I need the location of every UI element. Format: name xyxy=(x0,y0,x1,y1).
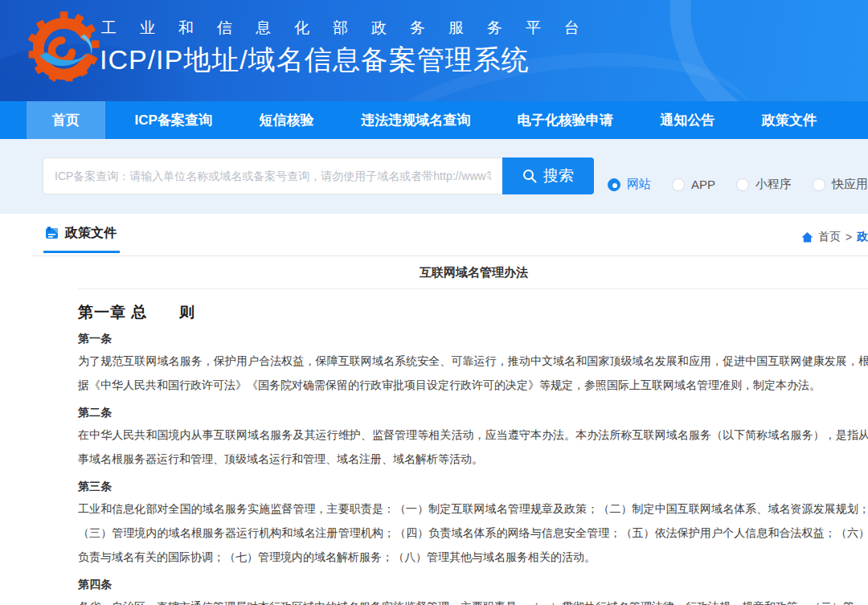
article-1-label: 第一条 xyxy=(78,331,868,345)
search-button-label: 搜索 xyxy=(543,166,574,186)
breadcrumb-separator: > xyxy=(845,231,852,243)
search-icon xyxy=(522,169,537,183)
main-nav: 首页 ICP备案查询 短信核验 违法违规域名查询 电子化核验申请 通知公告 政策… xyxy=(0,101,868,139)
policy-document-icon xyxy=(45,227,59,240)
nav-item-home[interactable]: 首页 xyxy=(27,101,105,139)
nav-item-e-verification[interactable]: 电子化核验申请 xyxy=(500,101,631,139)
search-strip: 搜索 网站 APP 小程序 快应用 xyxy=(0,139,868,214)
breadcrumb-home[interactable]: 首页 xyxy=(818,230,841,244)
radio-miniprogram-label: 小程序 xyxy=(755,177,792,192)
platform-title: 工业和信息化部政务服务平台 xyxy=(101,18,603,39)
nav-item-sms-verify[interactable]: 短信核验 xyxy=(242,101,332,139)
radio-app[interactable] xyxy=(672,178,685,191)
icp-search-input[interactable] xyxy=(43,157,502,194)
nav-item-icp-query[interactable]: ICP备案查询 xyxy=(117,101,230,139)
article-2-label: 第二条 xyxy=(78,405,868,419)
search-type-options: 网站 APP 小程序 快应用 xyxy=(608,177,868,192)
miit-gear-e-logo-icon xyxy=(21,8,106,93)
search-type-quickapp[interactable]: 快应用 xyxy=(813,177,868,192)
site-header: 工业和信息化部政务服务平台 ICP/IP地址/域名信息备案管理系统 xyxy=(0,0,868,101)
home-icon xyxy=(801,231,813,243)
breadcrumb: 首页 > 政策文件 xyxy=(801,230,868,244)
radio-website-label: 网站 xyxy=(627,177,651,192)
breadcrumb-current[interactable]: 政策文件 xyxy=(857,230,868,244)
radio-app-label: APP xyxy=(691,178,715,191)
radio-quickapp-label: 快应用 xyxy=(832,177,868,192)
article-3-text: 工业和信息化部对全国的域名服务实施监督管理，主要职责是：（一）制定互联网域名管理… xyxy=(78,497,868,569)
radio-website[interactable] xyxy=(608,178,620,191)
policy-document: 互联网域名管理办法 第一章 总 则 第一条 为了规范互联网域名服务，保护用户合法… xyxy=(78,256,868,605)
document-title: 互联网域名管理办法 xyxy=(78,256,868,288)
section-tab-row: 政策文件 首页 > 政策文件 xyxy=(32,225,868,256)
nav-item-notices[interactable]: 通知公告 xyxy=(642,101,732,139)
search-button[interactable]: 搜索 xyxy=(502,157,594,194)
tab-policy-files[interactable]: 政策文件 xyxy=(43,225,120,253)
article-1-text: 为了规范互联网域名服务，保护用户合法权益，保障互联网域名系统安全、可靠运行，推动… xyxy=(78,349,868,397)
nav-item-illegal-domain-query[interactable]: 违法违规域名查询 xyxy=(343,101,488,139)
article-2-text: 在中华人民共和国境内从事互联网域名服务及其运行维护、监督管理等相关活动，应当遵守… xyxy=(78,423,868,471)
search-type-miniprogram[interactable]: 小程序 xyxy=(736,177,792,192)
article-3-label: 第三条 xyxy=(78,479,868,493)
nav-item-policy-files[interactable]: 政策文件 xyxy=(744,101,834,139)
chapter-heading: 第一章 总 则 xyxy=(78,302,868,323)
system-title: ICP/IP地址/域名信息备案管理系统 xyxy=(100,42,530,79)
search-type-website[interactable]: 网站 xyxy=(608,177,651,192)
tab-policy-files-label: 政策文件 xyxy=(65,225,117,242)
divider xyxy=(78,288,868,289)
radio-quickapp[interactable] xyxy=(813,178,825,191)
radio-miniprogram[interactable] xyxy=(736,178,749,191)
article-4-text: 各省、自治区、直辖市通信管理局对本行政区域内的域名服务实施监督管理，主要职责是：… xyxy=(78,595,868,605)
article-4-label: 第四条 xyxy=(78,577,868,591)
main-content: 政策文件 首页 > 政策文件 互联网域名管理办法 第一章 总 则 第一条 为了规… xyxy=(0,214,868,605)
search-type-app[interactable]: APP xyxy=(672,178,715,191)
